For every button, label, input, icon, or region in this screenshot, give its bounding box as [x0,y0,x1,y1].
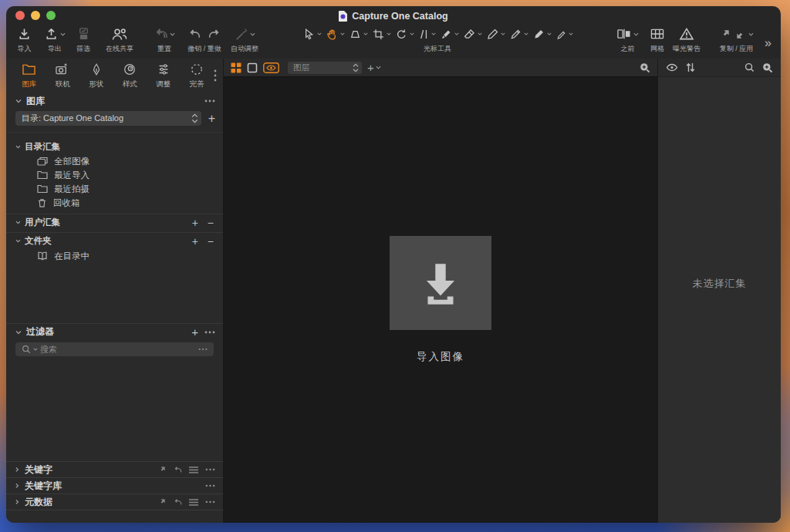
minimize-window-button[interactable] [31,11,40,20]
pan-tool-button[interactable] [326,28,345,41]
more-options-icon[interactable] [205,484,215,487]
grid-label: 网格 [650,44,664,54]
app-window: Capture One Catalog 导入 导出 筛选 [6,6,781,523]
reset-tool-icon[interactable] [173,466,182,474]
grid-view-button[interactable] [231,62,241,73]
grid-button[interactable]: 网格 [650,25,665,54]
filters-header[interactable]: 过滤器 + [6,323,223,340]
viewer-view-button[interactable] [247,62,258,73]
library-more-button[interactable] [204,99,215,103]
metadata-section[interactable]: 元数据 [6,493,223,510]
titlebar: Capture One Catalog [6,6,781,23]
catalog-collections-group[interactable]: 目录汇集 [6,139,223,154]
proof-view-button[interactable] [263,62,279,73]
copy-adjustments-icon[interactable] [719,25,731,42]
reset-tool-icon[interactable] [173,498,182,507]
tab-refine[interactable]: 完善 [181,62,214,89]
export-button[interactable]: 导出 [44,25,66,54]
tab-adjust[interactable]: 调整 [147,62,181,89]
sort-order-icon[interactable] [686,62,695,72]
filters-more-button[interactable] [204,331,215,334]
cursor-tools-group: 光标工具 [300,25,575,54]
tree-item-recent-captures[interactable]: 最近拍摄 [6,182,223,196]
search-field[interactable] [15,342,214,356]
crop-tool-button[interactable] [372,28,391,41]
zoom-in-icon[interactable] [640,62,650,73]
catalog-select-value: 目录: Capture One Catalog [22,113,123,124]
filter-button[interactable]: 筛选 [76,25,90,54]
straighten-tool-button[interactable] [418,28,436,41]
folders-label: 文件夹 [25,235,52,247]
toolbar-overflow-button[interactable]: » [765,36,771,50]
add-folder-button[interactable]: + [192,235,198,247]
auto-adjust-button[interactable]: 自动调整 [231,25,258,54]
menu-lines-icon[interactable] [189,499,198,506]
tab-shapes-label: 形状 [89,79,103,89]
rotate-tool-button[interactable] [395,28,414,41]
remove-collection-button[interactable]: − [208,217,214,229]
tab-shapes[interactable]: 形状 [79,62,113,89]
spot-removal-tool-button[interactable] [440,28,459,41]
select-tool-button[interactable] [302,28,322,41]
tree-item-recent-imports[interactable]: 最近导入 [6,168,223,182]
search-input[interactable] [40,345,196,354]
keywords-label: 关键字 [25,463,52,476]
tree-item-label: 回收箱 [53,197,80,209]
folders-group[interactable]: 文件夹 + − [6,232,223,249]
no-collection-text: 未选择汇集 [693,277,747,291]
add-collection-button[interactable]: + [192,217,198,229]
maximize-window-button[interactable] [46,11,56,20]
all-images-icon [37,157,48,167]
window-title-text: Capture One Catalog [352,11,447,22]
trash-icon [37,198,47,208]
add-layer-button[interactable]: + [367,61,381,74]
undo-icon[interactable] [187,25,201,42]
more-options-icon[interactable] [205,500,215,503]
user-collections-group[interactable]: 用户汇集 + − [6,214,223,231]
tree-item-all-images[interactable]: 全部图像 [6,154,223,168]
fill-mask-tool-button[interactable] [532,28,552,41]
keystone-tool-button[interactable] [349,28,368,41]
library-section-header[interactable]: 图库 [6,93,223,109]
tools-sidebar: 图库 联机 形状 样式 [6,59,224,523]
heal-tool-button[interactable] [486,28,505,41]
tabs-overflow-button[interactable] [214,69,217,82]
browser-search-icon[interactable] [744,62,755,72]
share-label: 在线共享 [106,44,133,54]
tree-item-in-catalog[interactable]: 在目录中 [6,249,223,263]
layers-select[interactable]: 图层 [288,62,362,74]
add-filter-button[interactable]: + [191,326,198,338]
remove-folder-button[interactable]: − [208,235,214,247]
apply-adjustments-icon[interactable] [735,25,747,42]
tab-library[interactable]: 图库 [12,62,46,89]
reset-button[interactable]: 重置 [154,25,175,54]
copy-tool-icon[interactable] [157,498,166,507]
chevron-right-icon [15,483,19,489]
tree-item-label: 全部图像 [54,156,89,167]
copy-tool-icon[interactable] [157,466,166,474]
tree-item-trash[interactable]: 回收箱 [6,196,223,210]
import-button[interactable]: 导入 [17,25,32,54]
menu-lines-icon[interactable] [189,466,198,473]
tab-capture[interactable]: 联机 [46,62,80,89]
import-images-tile[interactable] [390,236,491,330]
catalog-select[interactable]: 目录: Capture One Catalog [15,111,201,126]
share-button[interactable]: 在线共享 [106,25,133,54]
search-options-button[interactable] [198,348,208,351]
exposure-warning-button[interactable]: 曝光警告 [673,25,701,54]
close-window-button[interactable] [15,11,25,20]
draw-mask-tool-button[interactable] [509,28,528,41]
before-after-button[interactable]: 之前 [616,25,639,54]
browser-zoom-icon[interactable] [762,62,773,73]
metadata-label: 元数据 [25,496,52,509]
redo-icon[interactable] [208,25,221,42]
keywords-section[interactable]: 关键字 [6,461,223,477]
erase-mask-tool-button[interactable] [555,28,573,41]
more-options-icon[interactable] [205,468,215,471]
preview-eye-icon[interactable] [666,63,678,72]
search-row [6,340,223,363]
eraser-tool-button[interactable] [463,28,482,41]
tab-styles[interactable]: 样式 [113,62,147,89]
keyword-library-section[interactable]: 关键字库 [6,477,223,493]
add-catalog-button[interactable]: + [208,113,215,125]
